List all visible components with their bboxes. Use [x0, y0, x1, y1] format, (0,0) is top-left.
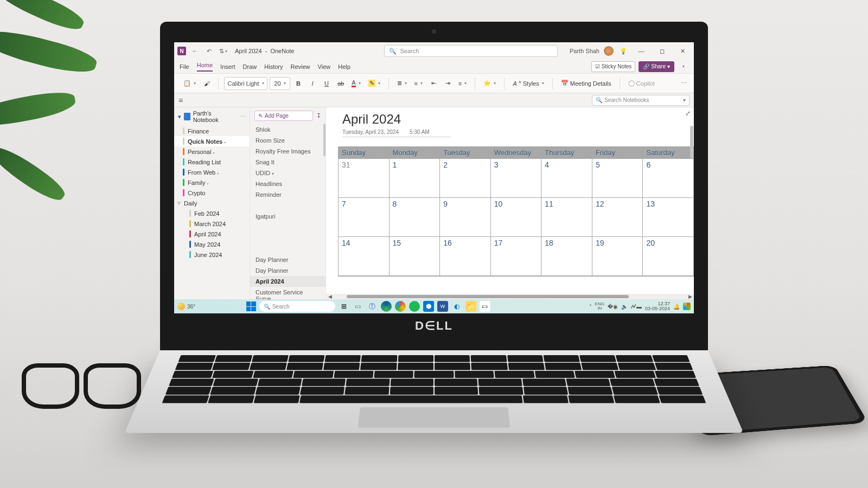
- section-family[interactable]: Family: [174, 177, 250, 188]
- weather-widget[interactable]: 36°: [177, 303, 195, 310]
- menu-draw[interactable]: Draw: [243, 63, 257, 70]
- page-item[interactable]: Day Planner: [250, 265, 326, 276]
- menu-help[interactable]: Help: [338, 63, 350, 70]
- menu-history[interactable]: History: [264, 63, 283, 70]
- volume-icon[interactable]: 🔈: [621, 304, 628, 310]
- task-view-icon[interactable]: ⊞: [339, 301, 349, 312]
- minimize-button[interactable]: —: [633, 43, 649, 59]
- calendar-day-cell[interactable]: 3: [491, 159, 542, 198]
- spotify-icon[interactable]: [409, 301, 420, 312]
- menu-home[interactable]: Home: [197, 62, 213, 72]
- system-tray[interactable]: ˄ ENGIN �◉ 🔈 🗲▬ 12:3703-05-2024 🔔: [589, 301, 691, 311]
- user-avatar-icon[interactable]: [604, 46, 614, 56]
- taskbar-search[interactable]: 🔍 Search: [259, 301, 335, 312]
- maximize-button[interactable]: ◻: [654, 43, 670, 59]
- section-quick-notes[interactable]: Quick Notes: [174, 136, 250, 146]
- quickaccess-menu[interactable]: ⇅: [218, 46, 228, 56]
- calendar-day-cell[interactable]: 6: [643, 159, 693, 198]
- outdent-button[interactable]: ⇤: [427, 77, 439, 90]
- section-may-2024[interactable]: May 2024: [174, 239, 250, 249]
- calendar-day-cell[interactable]: 15: [390, 237, 441, 276]
- undo-button[interactable]: ↶: [203, 46, 214, 56]
- section-april-2024[interactable]: April 2024: [174, 229, 250, 239]
- powertoys-icon[interactable]: ◐: [451, 301, 462, 312]
- store-icon[interactable]: ⬢: [423, 301, 434, 312]
- section-personal[interactable]: Personal: [174, 146, 250, 157]
- clock[interactable]: 12:3703-05-2024: [645, 301, 670, 311]
- calendar-day-cell[interactable]: 10: [491, 198, 542, 237]
- language-indicator[interactable]: ENGIN: [595, 302, 604, 311]
- menu-file[interactable]: File: [180, 63, 189, 70]
- calendar-day-cell[interactable]: 19: [592, 237, 643, 276]
- calendar-day-cell[interactable]: 14: [339, 237, 390, 276]
- close-button[interactable]: ✕: [674, 43, 691, 59]
- section-from-web[interactable]: From Web: [174, 167, 250, 177]
- section-crypto[interactable]: Crypto: [174, 188, 250, 198]
- calendar-day-cell[interactable]: 31: [339, 159, 390, 198]
- page-title[interactable]: April 2024: [342, 112, 401, 127]
- page-item[interactable]: UDID ▾: [250, 168, 326, 178]
- page-item[interactable]: Headlines: [250, 178, 326, 189]
- calendar-day-cell[interactable]: 7: [339, 198, 390, 237]
- page-item[interactable]: Shlok: [250, 124, 326, 135]
- chrome-icon[interactable]: [395, 301, 406, 312]
- tags-button[interactable]: ⭐: [481, 77, 499, 90]
- styles-button[interactable]: Aᴬ Styles: [510, 77, 546, 90]
- page-item[interactable]: April 2024: [250, 276, 326, 287]
- italic-button[interactable]: I: [307, 77, 318, 90]
- wifi-icon[interactable]: �◉: [608, 304, 618, 310]
- highlight-button[interactable]: ✎: [366, 77, 383, 90]
- vertical-scrollbar[interactable]: [690, 110, 694, 240]
- nav-toggle-icon[interactable]: ≡: [178, 96, 183, 105]
- calendar-day-cell[interactable]: 2: [440, 159, 491, 198]
- teams-icon[interactable]: Ⓣ: [367, 301, 378, 312]
- format-painter-button[interactable]: 🖌: [201, 77, 213, 90]
- ribbon-options[interactable]: [678, 61, 688, 72]
- page-canvas[interactable]: ⤢ April 2024 Tuesday, April 23, 20245:30…: [326, 107, 694, 299]
- add-page-button[interactable]: ✎ Add Page: [254, 111, 313, 121]
- copilot-tray-icon[interactable]: [683, 303, 691, 310]
- explorer-icon[interactable]: 📁: [465, 301, 476, 312]
- menu-view[interactable]: View: [318, 63, 331, 70]
- taskbar-app-1[interactable]: ▭: [353, 301, 363, 312]
- calendar-day-cell[interactable]: 16: [440, 237, 491, 276]
- calendar-day-cell[interactable]: 9: [440, 198, 491, 237]
- edge-icon[interactable]: [381, 301, 392, 312]
- bold-button[interactable]: B: [292, 77, 304, 90]
- font-family-select[interactable]: Calibri Light: [224, 77, 267, 90]
- calendar-day-cell[interactable]: 13: [643, 198, 693, 237]
- menu-insert[interactable]: Insert: [220, 63, 235, 70]
- calendar-day-cell[interactable]: 1: [390, 159, 441, 198]
- start-button[interactable]: [246, 301, 256, 311]
- share-button[interactable]: 🔗 Share ▾: [639, 61, 674, 72]
- calendar-day-cell[interactable]: 4: [541, 159, 592, 198]
- meeting-details-button[interactable]: 📅 Meeting Details: [558, 77, 614, 90]
- calendar-day-cell[interactable]: 8: [390, 198, 441, 237]
- page-item[interactable]: [250, 200, 326, 211]
- page-item[interactable]: Royalty Free Images: [250, 146, 326, 157]
- page-item[interactable]: Day Planner: [250, 254, 326, 265]
- page-item[interactable]: [250, 222, 326, 233]
- notifications-icon[interactable]: 🔔: [673, 304, 680, 310]
- calendar-day-cell[interactable]: 17: [491, 237, 542, 276]
- section-march-2024[interactable]: March 2024: [174, 219, 250, 229]
- section-reading-list[interactable]: Reading List: [174, 157, 250, 167]
- calendar-day-cell[interactable]: 20: [643, 237, 693, 276]
- font-size-select[interactable]: 20: [270, 77, 290, 90]
- calendar-day-cell[interactable]: 11: [541, 198, 592, 237]
- word-icon[interactable]: W: [437, 301, 448, 312]
- page-item[interactable]: Snag It: [250, 157, 326, 168]
- section-june-2024[interactable]: June 2024: [174, 249, 250, 260]
- page-item[interactable]: [250, 243, 326, 254]
- sticky-notes-button[interactable]: ☑ Sticky Notes: [591, 61, 636, 72]
- section-finance[interactable]: Finance: [174, 126, 250, 136]
- horizontal-scrollbar[interactable]: ◀▶: [326, 294, 694, 299]
- bullets-button[interactable]: ≣: [394, 77, 410, 90]
- numbering-button[interactable]: ≡: [412, 77, 425, 90]
- calendar-day-cell[interactable]: 12: [592, 198, 643, 237]
- taskbar-app-2[interactable]: ▭: [480, 301, 490, 312]
- strikethrough-button[interactable]: ab: [335, 77, 347, 90]
- notebook-search[interactable]: 🔍 Search Notebooks ▾: [592, 95, 690, 106]
- back-button[interactable]: ←: [189, 46, 200, 56]
- tray-chevron-icon[interactable]: ˄: [589, 304, 592, 310]
